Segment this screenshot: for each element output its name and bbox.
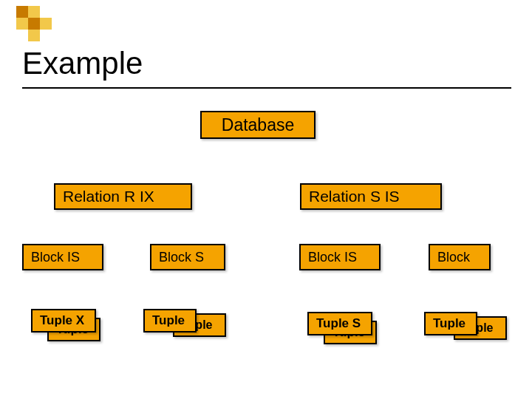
page-title: Example (22, 46, 143, 81)
tuple-stack-3: Tuple Tuple S (307, 312, 372, 335)
relation-s-box: Relation S IS (300, 183, 442, 210)
database-box: Database (200, 111, 316, 139)
tuple-front-2: Tuple (143, 309, 197, 332)
tuple-stack-4: Tuple Tuple (424, 312, 477, 335)
block-s2-box: Block (429, 244, 491, 270)
block-s1-box: Block IS (299, 244, 381, 270)
logo-icon (16, 6, 52, 41)
tuple-front-3: Tuple S (307, 312, 372, 335)
block-r2-box: Block S (150, 244, 225, 270)
title-underline (22, 87, 511, 89)
relation-r-box: Relation R IX (54, 183, 192, 210)
tuple-front-4: Tuple (424, 312, 477, 335)
tuple-stack-1: Tuple Tuple X (31, 309, 96, 332)
block-r1-box: Block IS (22, 244, 103, 270)
tuple-stack-2: Tuple Tuple (143, 309, 197, 332)
tuple-front-1: Tuple X (31, 309, 96, 332)
